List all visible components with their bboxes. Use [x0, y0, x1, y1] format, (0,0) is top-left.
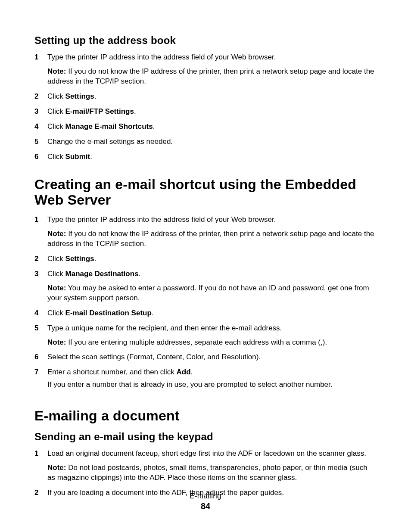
note-label: Note:	[47, 464, 66, 472]
step: 1 Load an original document faceup, shor…	[34, 449, 377, 483]
step-text: Type the printer IP address into the add…	[47, 53, 276, 61]
step-text: Click Settings.	[47, 255, 96, 263]
step-number: 5	[34, 137, 38, 147]
note-label: Note:	[47, 284, 66, 292]
step: 5 Change the e-mail settings as needed.	[34, 137, 377, 147]
step-text: Click E-mail Destination Setup.	[47, 309, 154, 317]
note-label: Note:	[47, 338, 66, 346]
step-number: 1	[34, 215, 38, 225]
step-text: Click Submit.	[47, 152, 92, 161]
step-text: Click Settings.	[47, 92, 96, 100]
step: 7 Enter a shortcut number, and then clic…	[34, 367, 377, 390]
step-number: 5	[34, 324, 38, 333]
step: 1 Type the printer IP address into the a…	[34, 53, 377, 87]
note-text: If you do not know the IP address of the…	[47, 67, 374, 85]
page-footer: E-mailing 84	[0, 492, 411, 511]
heading-setting-up-address-book: Setting up the address book	[34, 34, 377, 47]
step-number: 3	[34, 107, 38, 117]
document-page: Setting up the address book 1 Type the p…	[0, 0, 411, 532]
step-text: Click E-mail/FTP Settings.	[47, 107, 136, 115]
steps-s3: 1 Load an original document faceup, shor…	[34, 449, 377, 498]
step-number: 3	[34, 269, 38, 279]
note: Note: You may be asked to enter a passwo…	[47, 283, 377, 303]
step-number: 1	[34, 449, 38, 459]
step: 3 Click E-mail/FTP Settings.	[34, 107, 377, 117]
step-number: 2	[34, 92, 38, 102]
note-text: You may be asked to enter a password. If…	[47, 284, 369, 302]
step-text: Type the printer IP address into the add…	[47, 215, 276, 224]
step: 2 Click Settings.	[34, 92, 377, 102]
step-number: 4	[34, 122, 38, 132]
heading-creating-email-shortcut: Creating an e-mail shortcut using the Em…	[34, 177, 377, 208]
step-number: 7	[34, 367, 38, 377]
step: 5 Type a unique name for the recipient, …	[34, 324, 377, 348]
note: Note: If you are entering multiple addre…	[47, 338, 377, 348]
note-text: Do not load postcards, photos, small ite…	[47, 464, 367, 482]
note-text: If you do not know the IP address of the…	[47, 230, 374, 248]
step-subtext: If you enter a number that is already in…	[47, 380, 377, 390]
steps-s1: 1 Type the printer IP address into the a…	[34, 53, 377, 162]
step: 6 Select the scan settings (Format, Cont…	[34, 352, 377, 362]
steps-s2: 1 Type the printer IP address into the a…	[34, 215, 377, 390]
note: Note: If you do not know the IP address …	[47, 229, 377, 249]
step: 3 Click Manage Destinations. Note: You m…	[34, 269, 377, 303]
note: Note: Do not load postcards, photos, sma…	[47, 463, 377, 483]
step-number: 4	[34, 308, 38, 318]
page-number: 84	[0, 501, 411, 511]
step: 2 Click Settings.	[34, 254, 377, 264]
step-number: 1	[34, 53, 38, 62]
step: 6 Click Submit.	[34, 152, 377, 162]
step-text: Type a unique name for the recipient, an…	[47, 324, 282, 332]
footer-title: E-mailing	[0, 492, 411, 501]
step-text: Change the e-mail settings as needed.	[47, 137, 173, 146]
note-label: Note:	[47, 230, 66, 238]
step-number: 6	[34, 152, 38, 162]
note-text: If you are entering multiple addresses, …	[66, 338, 327, 346]
step-number: 6	[34, 352, 38, 362]
step: 4 Click Manage E-mail Shortcuts.	[34, 122, 377, 132]
step-text: Click Manage Destinations.	[47, 270, 140, 278]
step: 1 Type the printer IP address into the a…	[34, 215, 377, 249]
step-text: Select the scan settings (Format, Conten…	[47, 353, 261, 361]
heading-sending-email-keypad: Sending an e-mail using the keypad	[34, 431, 377, 443]
step-text: Click Manage E-mail Shortcuts.	[47, 122, 155, 131]
note: Note: If you do not know the IP address …	[47, 67, 377, 87]
note-label: Note:	[47, 67, 66, 75]
step: 4 Click E-mail Destination Setup.	[34, 308, 377, 318]
step-text: Load an original document faceup, short …	[47, 449, 366, 457]
heading-emailing-a-document: E-mailing a document	[34, 408, 377, 424]
step-text: Enter a shortcut number, and then click …	[47, 368, 193, 376]
step-number: 2	[34, 254, 38, 264]
